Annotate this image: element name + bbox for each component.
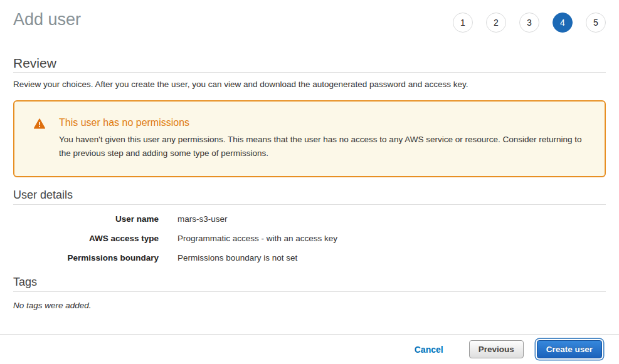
user-name-row: User name mars-s3-user [13, 214, 606, 224]
step-2-label: 2 [494, 18, 499, 27]
step-1: 1 [453, 13, 473, 33]
permissions-boundary-row: Permissions boundary Permissions boundar… [13, 253, 606, 263]
user-details-heading: User details [13, 189, 606, 205]
step-5-label: 5 [593, 18, 598, 27]
step-3: 3 [519, 13, 539, 33]
step-4-label: 4 [560, 18, 565, 27]
create-user-button[interactable]: Create user [537, 340, 602, 358]
step-indicator: 1 2 3 4 5 [453, 13, 606, 33]
wizard-header: Add user 1 2 3 4 5 [13, 0, 606, 34]
user-name-value: mars-s3-user [177, 214, 228, 224]
tags-section: Tags No tags were added. [13, 276, 606, 311]
step-2: 2 [486, 13, 506, 33]
review-description: Review your choices. After you create th… [13, 80, 606, 90]
previous-button[interactable]: Previous [469, 340, 524, 358]
wizard-footer: Cancel Previous Create user [0, 334, 619, 364]
cancel-button[interactable]: Cancel [415, 345, 443, 355]
aws-access-type-value: Programmatic access - with an access key [177, 234, 337, 244]
step-5: 5 [586, 13, 606, 33]
page-title: Add user [13, 10, 81, 29]
aws-access-type-label: AWS access type [13, 234, 159, 244]
step-3-label: 3 [527, 18, 532, 27]
permissions-boundary-label: Permissions boundary [13, 253, 159, 263]
warning-text: This user has no permissions You haven't… [59, 117, 586, 160]
user-name-label: User name [13, 214, 159, 224]
no-permissions-warning-banner: This user has no permissions You haven't… [13, 100, 606, 177]
review-section: Review Review your choices. After you cr… [13, 56, 606, 90]
aws-access-type-row: AWS access type Programmatic access - wi… [13, 234, 606, 244]
warning-triangle-icon [34, 118, 45, 129]
step-4-current: 4 [553, 13, 573, 33]
user-details-rows: User name mars-s3-user AWS access type P… [13, 214, 606, 263]
tags-heading: Tags [13, 276, 606, 292]
review-heading: Review [13, 56, 606, 73]
user-details-section: User details User name mars-s3-user AWS … [13, 189, 606, 263]
step-1-label: 1 [460, 18, 465, 27]
warning-title: This user has no permissions [59, 117, 586, 128]
permissions-boundary-value: Permissions boundary is not set [177, 253, 297, 263]
tags-empty-text: No tags were added. [13, 301, 606, 311]
warning-body: You haven't given this user any permissi… [59, 133, 586, 160]
